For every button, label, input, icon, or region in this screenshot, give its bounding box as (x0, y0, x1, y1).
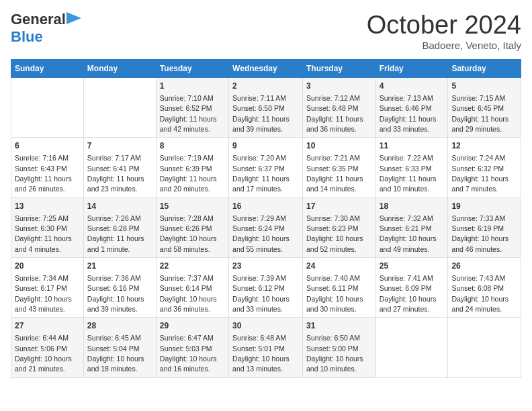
weekday-header-saturday: Saturday (448, 60, 521, 78)
day-cell: 2Sunrise: 7:11 AM Sunset: 6:50 PM Daylig… (229, 78, 303, 138)
day-info: Sunrise: 7:10 AM Sunset: 6:52 PM Dayligh… (160, 94, 219, 133)
weekday-header-sunday: Sunday (11, 60, 84, 78)
day-number: 29 (160, 320, 225, 332)
day-cell (83, 78, 156, 138)
day-info: Sunrise: 7:13 AM Sunset: 6:46 PM Dayligh… (380, 94, 439, 133)
day-number: 24 (306, 261, 372, 272)
title-block: October 2024 Badoere, Veneto, Italy (367, 11, 521, 51)
day-number: 19 (451, 201, 517, 212)
day-cell: 16Sunrise: 7:29 AM Sunset: 6:24 PM Dayli… (229, 197, 303, 257)
day-cell: 8Sunrise: 7:19 AM Sunset: 6:39 PM Daylig… (156, 138, 228, 197)
day-info: Sunrise: 6:45 AM Sunset: 5:04 PM Dayligh… (87, 334, 146, 373)
day-number: 28 (87, 320, 152, 332)
day-cell: 25Sunrise: 7:41 AM Sunset: 6:09 PM Dayli… (375, 258, 448, 318)
day-cell: 7Sunrise: 7:17 AM Sunset: 6:41 PM Daylig… (83, 138, 156, 197)
svg-marker-0 (66, 12, 81, 24)
day-number: 27 (15, 320, 80, 332)
day-info: Sunrise: 7:28 AM Sunset: 6:26 PM Dayligh… (160, 214, 219, 253)
day-cell: 10Sunrise: 7:21 AM Sunset: 6:35 PM Dayli… (302, 138, 375, 197)
day-info: Sunrise: 7:15 AM Sunset: 6:45 PM Dayligh… (451, 94, 511, 133)
day-number: 20 (15, 261, 80, 272)
day-number: 21 (87, 261, 152, 272)
day-info: Sunrise: 7:20 AM Sunset: 6:37 PM Dayligh… (232, 154, 292, 193)
day-info: Sunrise: 7:21 AM Sunset: 6:35 PM Dayligh… (306, 154, 365, 193)
weekday-header-thursday: Thursday (302, 60, 375, 78)
calendar-table: SundayMondayTuesdayWednesdayThursdayFrid… (11, 59, 521, 378)
day-cell: 27Sunrise: 6:44 AM Sunset: 5:06 PM Dayli… (11, 318, 84, 377)
day-info: Sunrise: 7:40 AM Sunset: 6:11 PM Dayligh… (306, 274, 365, 313)
weekday-header-wednesday: Wednesday (229, 60, 303, 78)
week-row-1: 1Sunrise: 7:10 AM Sunset: 6:52 PM Daylig… (11, 78, 521, 138)
logo-blue: Blue (11, 28, 43, 45)
day-info: Sunrise: 7:32 AM Sunset: 6:21 PM Dayligh… (380, 214, 439, 253)
day-info: Sunrise: 7:39 AM Sunset: 6:12 PM Dayligh… (232, 274, 292, 313)
day-info: Sunrise: 7:12 AM Sunset: 6:48 PM Dayligh… (306, 94, 365, 133)
day-cell (375, 318, 448, 377)
week-row-3: 13Sunrise: 7:25 AM Sunset: 6:30 PM Dayli… (11, 197, 521, 257)
day-cell: 24Sunrise: 7:40 AM Sunset: 6:11 PM Dayli… (302, 258, 375, 318)
day-info: Sunrise: 7:43 AM Sunset: 6:08 PM Dayligh… (451, 274, 511, 313)
day-cell: 17Sunrise: 7:30 AM Sunset: 6:23 PM Dayli… (302, 197, 375, 257)
day-number: 7 (87, 140, 152, 152)
day-info: Sunrise: 7:11 AM Sunset: 6:50 PM Dayligh… (232, 94, 292, 133)
day-cell: 30Sunrise: 6:48 AM Sunset: 5:01 PM Dayli… (229, 318, 303, 377)
day-info: Sunrise: 7:16 AM Sunset: 6:43 PM Dayligh… (15, 154, 74, 193)
page-header: General Blue October 2024 Badoere, Venet… (11, 11, 521, 51)
day-cell: 5Sunrise: 7:15 AM Sunset: 6:45 PM Daylig… (448, 78, 521, 138)
day-info: Sunrise: 7:29 AM Sunset: 6:24 PM Dayligh… (232, 214, 292, 253)
week-row-2: 6Sunrise: 7:16 AM Sunset: 6:43 PM Daylig… (11, 138, 521, 197)
day-number: 8 (160, 140, 225, 152)
weekday-header-tuesday: Tuesday (156, 60, 228, 78)
location-subtitle: Badoere, Veneto, Italy (367, 40, 521, 51)
logo: General Blue (11, 11, 81, 46)
day-cell: 15Sunrise: 7:28 AM Sunset: 6:26 PM Dayli… (156, 197, 228, 257)
day-info: Sunrise: 7:25 AM Sunset: 6:30 PM Dayligh… (15, 214, 74, 253)
day-cell: 13Sunrise: 7:25 AM Sunset: 6:30 PM Dayli… (11, 197, 84, 257)
day-cell: 28Sunrise: 6:45 AM Sunset: 5:04 PM Dayli… (83, 318, 156, 377)
day-number: 12 (451, 140, 517, 152)
day-number: 22 (160, 261, 225, 272)
day-cell: 18Sunrise: 7:32 AM Sunset: 6:21 PM Dayli… (375, 197, 448, 257)
day-number: 17 (306, 201, 372, 212)
day-cell: 20Sunrise: 7:34 AM Sunset: 6:17 PM Dayli… (11, 258, 84, 318)
day-cell: 22Sunrise: 7:37 AM Sunset: 6:14 PM Dayli… (156, 258, 228, 318)
day-info: Sunrise: 6:44 AM Sunset: 5:06 PM Dayligh… (15, 334, 74, 373)
logo-general: General (11, 11, 66, 28)
day-info: Sunrise: 7:37 AM Sunset: 6:14 PM Dayligh… (160, 274, 219, 313)
day-info: Sunrise: 7:36 AM Sunset: 6:16 PM Dayligh… (87, 274, 146, 313)
day-info: Sunrise: 6:50 AM Sunset: 5:00 PM Dayligh… (306, 334, 365, 373)
day-number: 14 (87, 201, 152, 212)
logo-arrow-icon (66, 12, 81, 24)
day-cell: 12Sunrise: 7:24 AM Sunset: 6:32 PM Dayli… (448, 138, 521, 197)
day-number: 18 (380, 201, 445, 212)
day-number: 15 (160, 201, 225, 212)
day-cell: 14Sunrise: 7:26 AM Sunset: 6:28 PM Dayli… (83, 197, 156, 257)
day-info: Sunrise: 6:48 AM Sunset: 5:01 PM Dayligh… (232, 334, 292, 373)
day-cell (11, 78, 84, 138)
day-info: Sunrise: 7:19 AM Sunset: 6:39 PM Dayligh… (160, 154, 219, 193)
day-cell: 31Sunrise: 6:50 AM Sunset: 5:00 PM Dayli… (302, 318, 375, 377)
day-cell: 26Sunrise: 7:43 AM Sunset: 6:08 PM Dayli… (448, 258, 521, 318)
day-number: 25 (380, 261, 445, 272)
day-cell: 9Sunrise: 7:20 AM Sunset: 6:37 PM Daylig… (229, 138, 303, 197)
month-title: October 2024 (367, 11, 521, 40)
day-number: 9 (232, 140, 299, 152)
day-number: 10 (306, 140, 372, 152)
day-number: 16 (232, 201, 299, 212)
day-cell: 4Sunrise: 7:13 AM Sunset: 6:46 PM Daylig… (375, 78, 448, 138)
day-info: Sunrise: 7:22 AM Sunset: 6:33 PM Dayligh… (380, 154, 439, 193)
day-number: 30 (232, 320, 299, 332)
day-info: Sunrise: 7:41 AM Sunset: 6:09 PM Dayligh… (380, 274, 439, 313)
day-cell: 29Sunrise: 6:47 AM Sunset: 5:03 PM Dayli… (156, 318, 228, 377)
day-info: Sunrise: 7:30 AM Sunset: 6:23 PM Dayligh… (306, 214, 365, 253)
day-cell: 19Sunrise: 7:33 AM Sunset: 6:19 PM Dayli… (448, 197, 521, 257)
day-number: 4 (380, 81, 445, 92)
day-number: 31 (306, 320, 372, 332)
weekday-header-row: SundayMondayTuesdayWednesdayThursdayFrid… (11, 60, 521, 78)
day-number: 2 (232, 81, 299, 92)
day-number: 26 (451, 261, 517, 272)
week-row-4: 20Sunrise: 7:34 AM Sunset: 6:17 PM Dayli… (11, 258, 521, 318)
day-info: Sunrise: 7:26 AM Sunset: 6:28 PM Dayligh… (87, 214, 146, 253)
day-number: 6 (15, 140, 80, 152)
day-number: 11 (380, 140, 445, 152)
